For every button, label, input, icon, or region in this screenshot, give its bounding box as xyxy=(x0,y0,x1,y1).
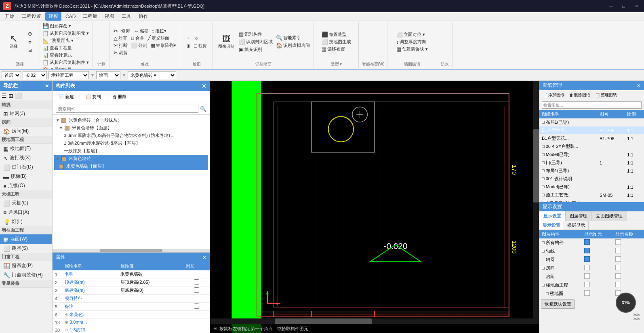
prop-check-3[interactable] xyxy=(183,287,210,295)
checkbox-show-floor[interactable] xyxy=(584,290,590,296)
sidebar-item-baseboard[interactable]: ⬜ 踢脚(S) xyxy=(0,244,52,253)
sidebar-expand-icon[interactable]: ⬜ xyxy=(15,93,22,99)
tree-item-4[interactable]: 1:3的20mm厚水泥砂浆找平层【基层】 xyxy=(54,139,208,147)
display-show-room1[interactable] xyxy=(582,264,613,272)
prop-check-1[interactable] xyxy=(183,270,210,278)
checkbox-show-room2[interactable] xyxy=(584,273,590,279)
ribbon-btn-elevation-align[interactable]: ⬜立面对位 ▾ xyxy=(395,31,426,38)
tab-layer-management[interactable]: 图层管理 xyxy=(566,211,592,221)
display-showname-room2[interactable] xyxy=(613,272,644,281)
ribbon-btn-select[interactable]: ↖ 选择 xyxy=(4,32,23,51)
prop-check-2[interactable] xyxy=(183,278,210,287)
props-row-5[interactable]: 5 备注 xyxy=(53,303,210,311)
sidebar-item-axis-grid[interactable]: ⊞ 轴网(J) xyxy=(0,109,52,118)
ribbon-btn-align[interactable]: △对齐 xyxy=(112,35,128,42)
checkbox-showname-grid[interactable] xyxy=(615,256,621,262)
ribbon-btn-select3[interactable]: ≡ xyxy=(24,38,36,46)
prop-value-1[interactable]: 米黄色墙砖 xyxy=(118,270,183,278)
sidebar-item-door-stone[interactable]: ⬜ 过门石(D) xyxy=(0,162,52,172)
arrange-drawing-btn[interactable]: 📋 整理图纸 xyxy=(593,92,619,98)
display-row-room2[interactable]: 房间 xyxy=(539,272,644,281)
props-close-icon[interactable]: ✕ xyxy=(202,255,206,260)
tab-elevation-drawing[interactable]: 立面图纸管理 xyxy=(592,211,627,221)
ribbon-btn-break[interactable]: ✂打断 xyxy=(112,42,129,49)
floor-selector[interactable]: 首层 xyxy=(2,71,21,79)
checkbox-showname-axis[interactable] xyxy=(615,248,621,253)
ribbon-btn-draw4[interactable]: □裁剪 xyxy=(193,42,208,49)
drawing-row-5[interactable]: □ Model(已导) 1:1 xyxy=(539,151,644,159)
elevation-input[interactable]: -0.02 xyxy=(23,71,47,79)
add-drawing-btn[interactable]: 📄 添加图纸 xyxy=(541,92,566,98)
close-btn[interactable]: ✕ xyxy=(632,3,641,10)
ribbon-btn-select4[interactable]: ⊟ xyxy=(24,47,36,54)
props-row-30[interactable]: 30 ⊕ 1:3的20... xyxy=(53,326,210,333)
drawing-row-6[interactable]: □ 门(已导) 1 1:1 xyxy=(539,159,644,167)
sidebar-item-stair[interactable]: ▬ 楼梯(B) xyxy=(0,172,52,181)
ribbon-btn-recog-virtual[interactable]: 🏠识别虚拟房间 xyxy=(275,42,311,49)
sidebar-item-door-repair[interactable]: 🔧 门窗洞装修(H) xyxy=(0,270,52,280)
work-type-selector[interactable]: 增柱面工程 xyxy=(48,71,89,79)
tab-display-settings[interactable]: 显示设置 xyxy=(539,211,566,221)
prop-value-3[interactable]: 层底标高(0) xyxy=(118,287,183,295)
sub-tab-floor[interactable]: 楼层显示 xyxy=(564,221,589,230)
tree-item-2[interactable]: ▼ 米黄色墙砖【面层】 xyxy=(54,124,208,132)
prop-value-18[interactable] xyxy=(118,319,183,326)
copy-component-btn[interactable]: 📋 复制 xyxy=(83,93,104,101)
ribbon-btn-measure[interactable]: 📐=测量距离 ▾ xyxy=(41,37,75,44)
props-row-3[interactable]: 3 底标高(m) 层底标高(0) xyxy=(53,287,210,295)
menu-start[interactable]: 开始 xyxy=(2,12,18,21)
prop-value-4[interactable] xyxy=(118,295,183,303)
display-show-room2[interactable] xyxy=(582,272,613,281)
ribbon-btn-recog-comp[interactable]: ▦识别构件 xyxy=(238,31,274,38)
ribbon-btn-push[interactable]: ↕推拉▾ xyxy=(151,27,168,34)
prop-check-18[interactable] xyxy=(183,319,210,326)
prop-name-18[interactable]: ⊕ 3.0mm... xyxy=(62,319,118,326)
ribbon-btn-gen-from-map[interactable]: ⬜按地图生成 xyxy=(320,38,352,45)
ribbon-btn-image-recog[interactable]: 🖼 图像识别 xyxy=(216,33,237,51)
ribbon-btn-draw1[interactable]: ＋ xyxy=(185,34,193,42)
checkbox-showname-room2[interactable] xyxy=(615,273,621,279)
display-show-floor[interactable] xyxy=(582,289,613,298)
tree-item-7[interactable]: 米黄色墙砖【面层】 xyxy=(54,162,208,170)
props-row-6[interactable]: 6 ⊕ 米黄色... xyxy=(53,311,210,319)
tree-item-6[interactable]: ▼ 米黄色墙砖 xyxy=(54,155,208,162)
display-row-floor-eng[interactable]: □ 楼地面工程 xyxy=(539,281,644,289)
drawing-row-9[interactable]: □ Model(已导) 1:1 xyxy=(539,183,644,191)
checkbox-show-floor-eng[interactable] xyxy=(584,282,590,287)
props-row-4[interactable]: 4 项目特征 xyxy=(53,295,210,303)
display-row-axis[interactable]: □ 轴线 xyxy=(539,247,644,255)
ribbon-btn-draw3[interactable]: ⊕ xyxy=(185,42,192,49)
drawing-row-1[interactable]: □ 布局1(已导) xyxy=(539,118,644,126)
drawing-row-3[interactable]: B1户型天花... B1-P06 1:1 xyxy=(539,135,644,143)
menu-tools[interactable]: 工具 xyxy=(118,12,135,21)
display-row-grid[interactable]: 轴网 xyxy=(539,255,644,264)
ribbon-btn-trim[interactable]: ✂+修剪 xyxy=(112,27,131,34)
new-component-btn[interactable]: 📄 新建 xyxy=(56,93,77,101)
display-showname-axis[interactable] xyxy=(613,247,644,255)
maximize-btn[interactable]: □ xyxy=(620,3,627,10)
canvas-area[interactable]: 170 300 900 170 1200 -0.020 xyxy=(210,81,539,333)
menu-engineering[interactable]: 工程量 xyxy=(80,12,101,21)
delete-drawing-btn[interactable]: 🗑 删除图纸 xyxy=(568,92,592,98)
prop-value-6[interactable] xyxy=(118,311,183,319)
checkbox-show-axis[interactable] xyxy=(584,248,590,253)
window-controls[interactable]: ─ □ ✕ xyxy=(607,3,641,10)
sidebar-item-wave-line[interactable]: ∿ 波打线(X) xyxy=(0,153,52,162)
ribbon-btn-fill-recog[interactable]: ▣填充识别 xyxy=(238,46,274,53)
material-selector[interactable]: 米黄色墙砖 ▾ xyxy=(128,71,176,79)
tree-item-1[interactable]: ▼ 米黄色墙砖（合一般抹灰） xyxy=(54,116,208,124)
sidebar-item-floor[interactable]: ▦ 楼地面(F) xyxy=(0,144,52,153)
ribbon-btn-clip[interactable]: ✂裁剪 xyxy=(112,49,129,56)
prop-value-30[interactable] xyxy=(118,326,183,333)
canvas-scroll-x[interactable] xyxy=(210,318,533,324)
sidebar-item-wall[interactable]: ▦ 墙面(W) xyxy=(0,234,52,244)
menu-build[interactable]: 建模 xyxy=(45,12,61,21)
restore-defaults-btn[interactable]: 恢复默认设置 xyxy=(541,299,575,309)
menu-collab[interactable]: 协作 xyxy=(135,12,152,21)
display-showname-grid[interactable] xyxy=(613,255,644,264)
sidebar-item-curtain-box[interactable]: 🪟 窗帘盒(P) xyxy=(0,261,52,270)
display-showname-room1[interactable] xyxy=(613,264,644,272)
canvas-scroll-y[interactable] xyxy=(533,81,539,324)
drawing-manager-close[interactable]: ✕ xyxy=(637,83,641,89)
ribbon-btn-view-room[interactable]: 🏠查看房间量 xyxy=(41,66,73,70)
